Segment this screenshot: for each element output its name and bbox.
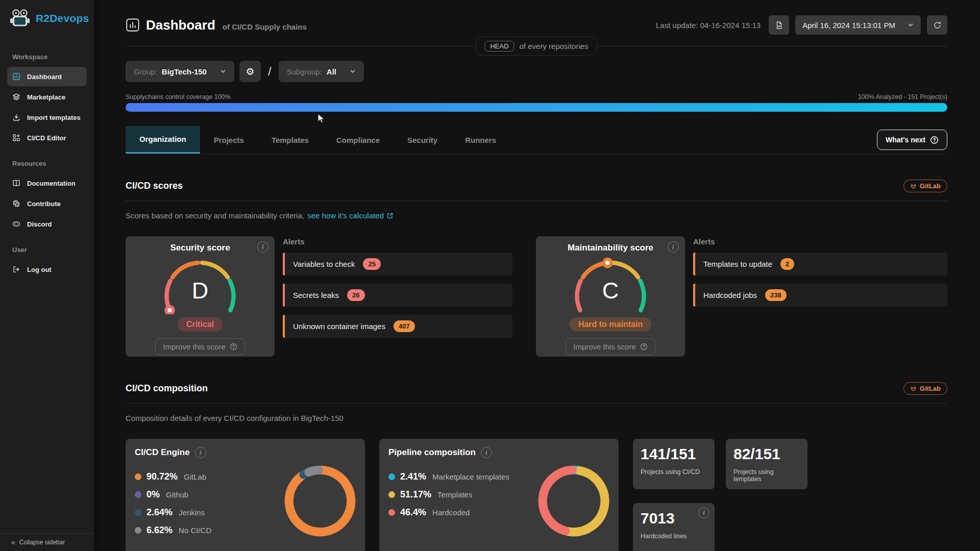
sidebar-item-discord[interactable]: Discord <box>7 214 87 234</box>
composition-subtitle: Composition details of every CI/CD confi… <box>126 414 947 422</box>
sidebar-item-label: Contribute <box>27 200 61 208</box>
sidebar-item-log-out[interactable]: Log out <box>7 260 87 279</box>
coverage-left-label: Supplychains control coverage 100% <box>126 93 231 101</box>
security-alerts-list: Variables to check25Secrets leaks26Unkno… <box>283 253 512 338</box>
collapse-sidebar-button[interactable]: « Collapse sidebar <box>0 533 94 551</box>
page-subtitle: of CI/CD Supply chains <box>223 19 307 31</box>
maintainability-gauge: C <box>559 254 662 314</box>
tab-security[interactable]: Security <box>394 126 451 154</box>
report-button[interactable] <box>769 15 789 35</box>
sidebar-item-documentation[interactable]: Documentation <box>7 173 87 193</box>
scores-row: Security score i D Critical Improve this… <box>126 236 947 357</box>
download-icon <box>12 113 20 121</box>
refresh-button[interactable] <box>927 15 947 35</box>
tab-organization[interactable]: Organization <box>126 126 200 154</box>
legend-percent: 0% <box>146 489 160 500</box>
composition-section-title: CI/CD composition <box>126 383 208 394</box>
calculation-link[interactable]: see how it's calculated <box>307 211 394 220</box>
donut-segment-gitlab <box>289 470 351 532</box>
pipeline-composition-title: Pipeline composition i <box>388 447 609 458</box>
layers-icon <box>12 93 20 101</box>
maintainability-status-badge: Hard to maintain <box>570 317 651 332</box>
bar-chart-icon <box>12 72 20 81</box>
gitlab-badge-label: GitLab <box>920 182 941 190</box>
sidebar-item-marketplace[interactable]: Marketplace <box>7 87 87 107</box>
alert-label: Templates to update <box>703 260 772 268</box>
legend-label: Github <box>166 490 188 499</box>
chevron-down-icon <box>908 22 914 28</box>
logout-icon <box>12 265 20 273</box>
page-title: Dashboard <box>146 17 215 33</box>
sidebar-item-contribute[interactable]: Contribute <box>7 194 87 213</box>
info-icon[interactable]: i <box>668 241 679 253</box>
legend-percent: 6.62% <box>146 525 173 536</box>
group-label: Group: <box>134 67 157 76</box>
gitlab-tanuki-icon <box>910 385 917 392</box>
security-score-title: Security score <box>134 243 266 253</box>
whats-next-button[interactable]: What's next <box>877 130 947 150</box>
sidebar-section-label: Workspace <box>0 53 94 66</box>
sidebar-item-dashboard[interactable]: Dashboard <box>7 67 87 86</box>
maintainability-alerts-list: Templates to update2Hardcoded jobs238 <box>693 253 947 307</box>
subgroup-select[interactable]: Subgroup: All <box>279 61 364 82</box>
maintainability-score-card: Maintainability score i C Hard to mainta… <box>536 236 685 357</box>
improve-score-label: Improve this score <box>163 342 226 351</box>
calculation-link-label: see how it's calculated <box>307 211 384 220</box>
legend-label: Jenkins <box>179 508 205 517</box>
legend-label: Marketplace templates <box>432 472 509 481</box>
composition-row: CI/CD Engine i 90.72%GitLab0%Github2.64%… <box>126 439 947 551</box>
maintainability-grade: C <box>559 278 662 304</box>
alert-variables-to-check[interactable]: Variables to check25 <box>283 253 512 276</box>
report-file-icon <box>775 21 783 30</box>
tab-runners[interactable]: Runners <box>451 126 510 154</box>
tab-templates[interactable]: Templates <box>258 126 323 154</box>
scores-subtitle: Scores based on security and maintainabi… <box>126 211 947 220</box>
stat-hardcoded-lines: i 7013 Hardcoded lines <box>633 503 715 551</box>
info-icon[interactable]: i <box>257 241 268 253</box>
sidebar-item-import-templates[interactable]: Import templates <box>7 108 87 127</box>
question-circle-icon <box>230 343 237 350</box>
brand-logo[interactable]: R2Devops <box>0 0 94 29</box>
alert-unknown-container-images[interactable]: Unknown container images407 <box>283 315 512 338</box>
legend-dot <box>135 491 141 498</box>
refresh-icon <box>933 21 942 30</box>
sidebar-item-label: Discord <box>27 220 52 228</box>
security-status-badge: Critical <box>178 317 223 332</box>
tab-projects[interactable]: Projects <box>200 126 258 154</box>
legend-label: No CI/CD <box>179 526 211 535</box>
group-value: BigTech-150 <box>162 67 207 76</box>
improve-score-label: Improve this score <box>573 342 636 351</box>
group-settings-button[interactable]: ⚙ <box>239 61 261 82</box>
gitlab-badge[interactable]: GitLab <box>903 382 947 395</box>
stat-label: Projects using templates <box>733 468 800 483</box>
sidebar-item-label: Documentation <box>27 180 76 187</box>
donut-segment-hardcoded <box>543 470 572 531</box>
sidebar-item-ci-cd-editor[interactable]: CI/CD Editor <box>7 128 87 147</box>
alert-templates-to-update[interactable]: Templates to update2 <box>693 253 947 276</box>
info-icon[interactable]: i <box>195 447 206 458</box>
legend-percent: 2.41% <box>400 471 426 482</box>
alert-count-badge: 407 <box>394 320 415 332</box>
gauge-segment <box>202 263 228 278</box>
security-gauge: D <box>149 254 251 314</box>
legend-dot <box>135 473 141 480</box>
alert-hardcoded-jobs[interactable]: Hardcoded jobs238 <box>693 284 947 307</box>
info-icon[interactable]: i <box>481 447 492 458</box>
stat-value: 7013 <box>641 510 707 527</box>
info-icon[interactable]: i <box>698 507 709 518</box>
alert-secrets-leaks[interactable]: Secrets leaks26 <box>283 284 512 307</box>
group-select[interactable]: Group: BigTech-150 <box>126 61 234 82</box>
gauge-marker-dot <box>167 308 172 312</box>
sidebar-item-label: Dashboard <box>27 73 62 81</box>
security-grade: D <box>149 278 251 304</box>
head-pill: HEAD <box>484 41 514 52</box>
tab-compliance[interactable]: Compliance <box>323 126 394 154</box>
improve-score-button[interactable]: Improve this score <box>155 338 245 355</box>
improve-score-button[interactable]: Improve this score <box>566 338 655 355</box>
coverage-right-label: 100% Analyzed - 151 Project(s) <box>858 93 947 101</box>
cicd-engine-card: CI/CD Engine i 90.72%GitLab0%Github2.64%… <box>126 439 365 551</box>
gear-icon: ⚙ <box>246 66 254 78</box>
date-selector[interactable]: April 16, 2024 15:13:01 PM <box>795 15 921 35</box>
gitlab-badge[interactable]: GitLab <box>903 180 947 192</box>
legend-percent: 2.64% <box>146 507 173 518</box>
